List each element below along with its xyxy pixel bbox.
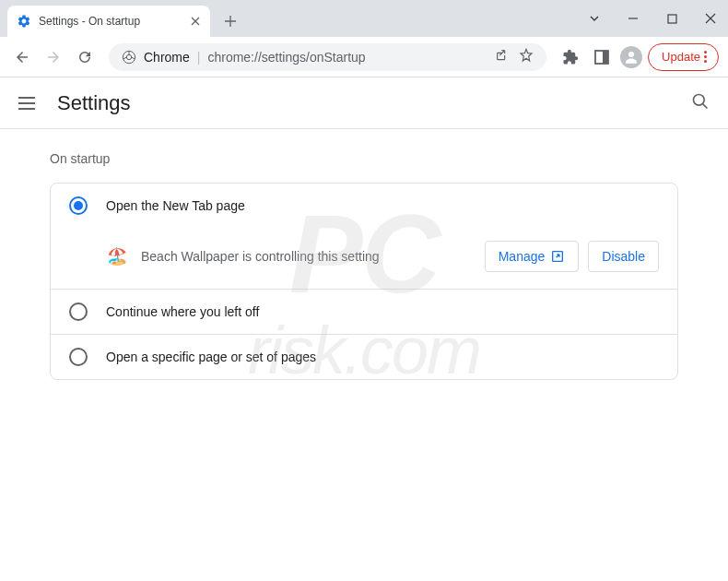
bookmark-icon[interactable]: [519, 48, 534, 66]
manage-button[interactable]: Manage: [485, 241, 580, 272]
option-label: Open a specific page or set of pages: [106, 350, 316, 364]
option-specific-page[interactable]: Open a specific page or set of pages: [51, 334, 677, 379]
disable-button[interactable]: Disable: [588, 241, 659, 272]
search-icon[interactable]: [691, 92, 710, 114]
update-button[interactable]: Update: [648, 43, 719, 71]
settings-header: Settings: [0, 77, 728, 129]
reload-button[interactable]: [72, 44, 98, 70]
url-path: chrome://settings/onStartup: [207, 50, 365, 65]
gear-icon: [17, 14, 31, 29]
extension-icon: 🏖️: [106, 246, 128, 267]
option-continue[interactable]: Continue where you left off: [51, 289, 677, 334]
page-title: Settings: [57, 91, 131, 115]
window-controls: [588, 0, 728, 37]
url-origin: Chrome: [144, 50, 190, 65]
option-label: Open the New Tab page: [106, 198, 245, 213]
extension-notice: 🏖️ Beach Wallpaper is controlling this s…: [51, 228, 677, 289]
maximize-icon[interactable]: [665, 12, 678, 25]
update-label: Update: [662, 50, 700, 64]
chrome-icon: [122, 50, 136, 65]
browser-tab[interactable]: Settings - On startup: [7, 6, 210, 37]
share-icon[interactable]: [495, 48, 510, 66]
new-tab-button[interactable]: [217, 8, 243, 34]
radio-unselected[interactable]: [69, 302, 88, 321]
window-titlebar: Settings - On startup: [0, 0, 728, 37]
close-icon[interactable]: [704, 12, 717, 25]
forward-button[interactable]: [41, 44, 66, 70]
option-label: Continue where you left off: [106, 304, 259, 319]
settings-content: On startup Open the New Tab page 🏖️ Beac…: [0, 129, 728, 402]
more-icon: [704, 51, 707, 63]
minimize-icon[interactable]: [627, 12, 640, 25]
url-divider: |: [197, 50, 201, 65]
close-tab-icon[interactable]: [188, 14, 203, 29]
chevron-down-icon[interactable]: [588, 12, 601, 25]
svg-rect-4: [603, 51, 608, 64]
extension-text: Beach Wallpaper is controlling this sett…: [141, 249, 472, 264]
profile-avatar[interactable]: [620, 46, 642, 68]
back-button[interactable]: [9, 44, 35, 70]
section-label: On startup: [50, 151, 678, 166]
tab-title: Settings - On startup: [39, 15, 181, 28]
svg-point-6: [694, 94, 705, 105]
svg-rect-0: [668, 15, 676, 23]
side-panel-icon[interactable]: [589, 44, 615, 70]
external-link-icon: [550, 249, 565, 264]
radio-selected[interactable]: [69, 196, 88, 215]
extensions-icon[interactable]: [558, 44, 583, 70]
startup-options-card: Open the New Tab page 🏖️ Beach Wallpaper…: [50, 183, 678, 380]
address-bar[interactable]: Chrome | chrome://settings/onStartup: [109, 43, 546, 71]
svg-point-2: [126, 54, 131, 59]
radio-unselected[interactable]: [69, 348, 88, 366]
browser-toolbar: Chrome | chrome://settings/onStartup Upd…: [0, 37, 728, 77]
svg-point-5: [628, 52, 634, 57]
option-new-tab[interactable]: Open the New Tab page: [51, 184, 677, 228]
menu-icon[interactable]: [18, 92, 41, 114]
